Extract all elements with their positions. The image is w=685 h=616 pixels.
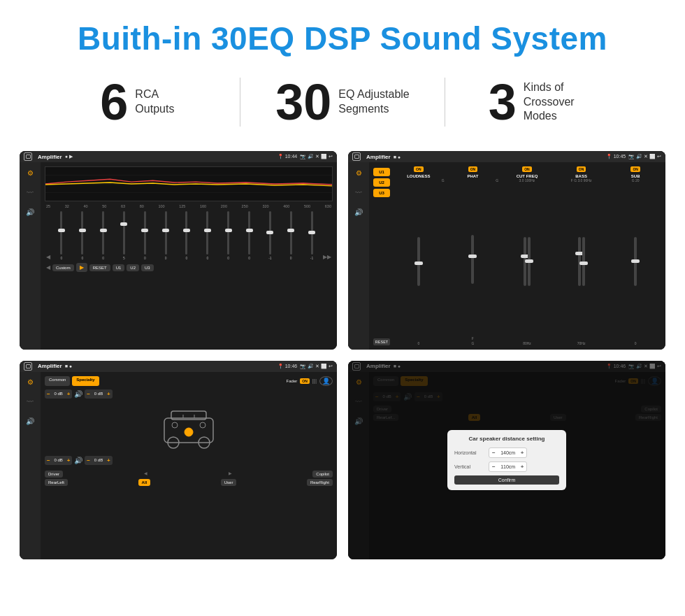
stat-eq: 30 EQ AdjustableSegments	[247, 77, 438, 127]
crossover-screen: Amplifier ■ ● 📍 10:46 📷 🔊 ✕ ⬜ ↩ ⚙ 〰 🔊 Co…	[20, 361, 337, 559]
cx-speaker-icon-2: 🔊	[74, 457, 82, 464]
cx-db-box-3: − 0 dB +	[45, 456, 72, 465]
cx-home-icon[interactable]	[24, 362, 32, 371]
eq-icon-active[interactable]: ⚙	[24, 166, 36, 179]
dialog-vertical-row: Vertical − 110cm +	[454, 461, 559, 472]
cx-user-btn[interactable]: User	[221, 479, 237, 486]
amp-status-icons: 📷 🔊 ✕ ⬜ ↩	[628, 154, 661, 159]
cx-all-btn[interactable]: All	[138, 479, 151, 486]
cx-copilot-btn[interactable]: Copilot	[312, 471, 333, 478]
cx-left-arrow[interactable]: ◀	[144, 471, 147, 478]
distance-screen: Amplifier ■ ● 📍 10:46 📷 🔊 ✕ ⬜ ↩ ⚙ 〰 🔊 Co…	[348, 361, 665, 559]
dialog-horizontal-plus[interactable]: +	[521, 450, 524, 456]
cx-speaker-icon-1: 🔊	[74, 390, 82, 398]
amp-channel-sub: ON SUB G 20 0	[610, 166, 661, 345]
cx-screen-content: ⚙ 〰 🔊 Common Specialty Fader ON ||| 👤	[20, 372, 337, 559]
eq-reset-btn[interactable]: RESET	[89, 264, 110, 271]
eq-icon-wave[interactable]: 〰	[24, 186, 36, 199]
eq-slider-8: 0	[219, 211, 238, 260]
stat-crossover: 3 Kinds ofCrossover Modes	[452, 77, 643, 127]
cx-minus-2[interactable]: −	[87, 391, 90, 397]
amp-screen: Amplifier ■ ● 📍 10:45 📷 🔊 ✕ ⬜ ↩ ⚙ 〰 🔊 U1	[348, 151, 665, 350]
dialog-confirm-button[interactable]: Confirm	[454, 475, 559, 485]
cx-driver-btn[interactable]: Driver	[45, 471, 63, 478]
cx-val-2: 0 dB	[92, 392, 106, 396]
eq-prev[interactable]: ◀	[46, 264, 50, 271]
eq-custom-label: Custom	[52, 264, 74, 271]
amp-channel-phat: ON PHAT G F G	[447, 166, 499, 345]
cx-db-box-2: − 0 dB +	[85, 389, 112, 399]
cx-plus-4[interactable]: +	[107, 457, 110, 464]
cx-minus-1[interactable]: −	[47, 391, 50, 397]
amp-u2-btn[interactable]: U2	[373, 178, 390, 187]
phat-on-badge[interactable]: ON	[468, 166, 478, 172]
cx-rearright-btn[interactable]: RearRight	[307, 479, 333, 486]
amp-dots: ■ ●	[394, 155, 401, 159]
dist-screen-content: ⚙ 〰 🔊 Common Specialty Fader ON |||	[348, 372, 665, 559]
amp-main: U1 U2 U3 RESET ON LOUDNESS	[369, 162, 665, 350]
dialog-horizontal-minus[interactable]: −	[492, 450, 496, 456]
cx-tab-specialty[interactable]: Specialty	[72, 376, 99, 386]
stat-rca: 6 RCAOutputs	[42, 77, 233, 127]
distance-dialog-overlay: Car speaker distance setting Horizontal …	[369, 372, 665, 559]
cx-minus-4[interactable]: −	[87, 457, 90, 464]
cx-status-icons: 📷 🔊 ✕ ⬜ ↩	[300, 364, 333, 369]
home-icon[interactable]	[24, 152, 32, 161]
eq-nav-left[interactable]: ◀	[46, 254, 50, 260]
cx-status-bar: Amplifier ■ ● 📍 10:46 📷 🔊 ✕ ⬜ ↩	[20, 361, 337, 372]
amp-channel-bass: ON BASS F G 3.0 90Hz 70Hz	[556, 166, 607, 345]
eq-slider-10: -1	[260, 211, 280, 260]
dist-main: Common Specialty Fader ON ||| 👤	[369, 372, 665, 559]
stat-crossover-number: 3	[489, 77, 517, 127]
eq-icon-speaker[interactable]: 🔊	[24, 206, 36, 218]
cx-minus-3[interactable]: −	[47, 457, 50, 464]
cx-plus-2[interactable]: +	[107, 391, 110, 397]
cx-right-arrow[interactable]: ▶	[229, 471, 232, 478]
amp-sidebar: ⚙ 〰 🔊	[348, 162, 369, 350]
eq-u1-btn[interactable]: U1	[113, 264, 125, 271]
cx-icon-wave[interactable]: 〰	[24, 396, 36, 408]
cx-car-area	[45, 401, 333, 456]
cx-plus-1[interactable]: +	[67, 391, 71, 397]
svg-point-8	[185, 428, 193, 436]
dialog-vertical-minus[interactable]: −	[492, 464, 496, 470]
cx-plus-3[interactable]: +	[67, 457, 71, 464]
amp-icon-active[interactable]: ⚙	[352, 166, 365, 179]
stat-rca-label: RCAOutputs	[135, 87, 174, 117]
loudness-on-badge[interactable]: ON	[414, 166, 424, 172]
stat-crossover-label: Kinds ofCrossover Modes	[524, 80, 607, 124]
dialog-vertical-plus[interactable]: +	[521, 464, 524, 470]
eq-nav-right[interactable]: ▶▶	[323, 254, 331, 260]
cx-on-toggle[interactable]: ON	[300, 378, 310, 384]
stats-row: 6 RCAOutputs 30 EQ AdjustableSegments 3 …	[0, 70, 685, 144]
cx-icon-speaker[interactable]: 🔊	[24, 415, 36, 428]
eq-time: 📍 10:44	[277, 154, 297, 159]
eq-slider-4: 0	[135, 211, 154, 260]
dialog-vertical-label: Vertical	[454, 464, 486, 469]
cx-sidebar: ⚙ 〰 🔊	[20, 372, 41, 559]
amp-icon-wave[interactable]: 〰	[352, 186, 365, 199]
dialog-vertical-control: − 110cm +	[489, 461, 527, 472]
amp-home-icon[interactable]	[352, 152, 361, 161]
eq-status-icons: 📷 🔊 ✕ ⬜ ↩	[300, 154, 333, 159]
amp-reset-btn[interactable]: RESET	[373, 338, 390, 345]
eq-bottom-bar: ◀ Custom ▶ RESET U1 U2 U3	[45, 263, 333, 272]
eq-u3-btn[interactable]: U3	[141, 264, 154, 271]
amp-content: U1 U2 U3 RESET ON LOUDNESS	[373, 166, 661, 345]
amp-icon-speaker[interactable]: 🔊	[352, 206, 365, 218]
amp-u1-btn[interactable]: U1	[373, 168, 390, 176]
sub-on-badge[interactable]: ON	[630, 166, 640, 172]
cx-tab-common[interactable]: Common	[45, 376, 70, 386]
eq-screen-content: ⚙ 〰 🔊	[20, 162, 337, 350]
cx-bottom-row2: RearLeft All User RearRight	[45, 479, 333, 486]
eq-play[interactable]: ▶	[76, 263, 87, 272]
page-title: Buith-in 30EQ DSP Sound System	[0, 0, 685, 70]
cx-rearleft-btn[interactable]: RearLeft	[45, 479, 68, 486]
cutfreq-on-badge[interactable]: ON	[522, 166, 532, 172]
amp-u3-btn[interactable]: U3	[373, 189, 390, 197]
cx-profile-icon[interactable]: 👤	[319, 376, 333, 386]
stat-rca-number: 6	[100, 77, 128, 127]
bass-on-badge[interactable]: ON	[577, 166, 586, 172]
cx-icon-active[interactable]: ⚙	[24, 376, 36, 389]
eq-u2-btn[interactable]: U2	[127, 264, 139, 271]
